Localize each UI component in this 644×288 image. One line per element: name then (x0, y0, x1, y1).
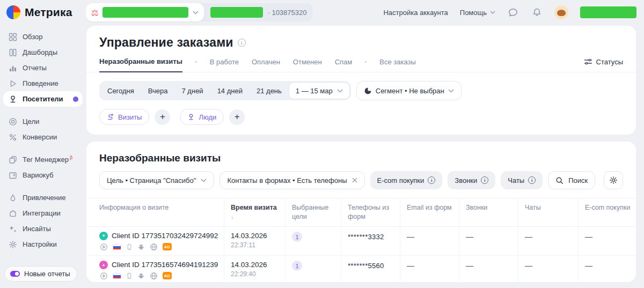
preset-7-days[interactable]: 7 дней (175, 87, 210, 95)
chats-empty-value: — (525, 261, 532, 270)
info-icon[interactable]: i (238, 39, 246, 47)
tab-all-orders[interactable]: Все заказы (379, 58, 416, 72)
puzzle-icon (9, 209, 17, 218)
sort-descending-icon: ↓ (231, 213, 234, 220)
column-header-calls[interactable]: Звонки (459, 198, 518, 226)
sidebar-item-insights[interactable]: Инсайты (3, 221, 83, 237)
goals-count-badge[interactable]: 1 (292, 261, 302, 271)
counter-switcher: ⚖ · 103875320 (86, 3, 313, 21)
sidebar-item-goals[interactable]: Цели (3, 114, 83, 129)
percent-icon (9, 133, 17, 142)
table-row[interactable]: ▲ Client ID 1771481567631868603 AD (86, 285, 636, 288)
beta-badge: β (70, 155, 72, 160)
sidebar-item-behavior[interactable]: Поведение (3, 76, 83, 91)
visit-date: 14.03.2026 (231, 232, 280, 240)
visit-time: 22:37:11 (231, 241, 280, 249)
chevron-down-icon (490, 11, 495, 14)
table-row[interactable]: ▲ Client ID 1773516574694191239 AD (86, 256, 636, 285)
contacts-filter-chip[interactable]: Контакты в формах • Есть телефоны (219, 171, 364, 189)
date-range-selector[interactable]: 1 — 15 мар (289, 82, 350, 99)
tab-separator-dot (195, 61, 197, 63)
preset-today[interactable]: Сегодня (100, 87, 141, 95)
search-icon (555, 176, 564, 184)
search-button[interactable]: Поиск (548, 171, 595, 189)
sidebar-item-variocube[interactable]: Вариокуб (3, 167, 83, 183)
visits-metric-chip[interactable]: Визиты (99, 109, 149, 125)
column-header-phones[interactable]: Телефоны из форм (341, 198, 400, 226)
column-header-ecom[interactable]: E-com покупки (578, 198, 636, 226)
sidebar-item-dashboards[interactable]: Дашборды (3, 45, 83, 60)
android-icon (137, 243, 145, 250)
close-icon[interactable] (352, 178, 357, 183)
date-preset-group: Сегодня Вчера 7 дней 14 дней 21 день 1 —… (99, 81, 351, 100)
flame-icon (9, 194, 17, 202)
redacted-user-name (580, 6, 636, 18)
globe-icon (150, 243, 158, 251)
info-icon: i (428, 176, 435, 184)
mobile-phone-icon (126, 243, 133, 251)
chevron-down-icon (193, 11, 199, 14)
masked-phone: *******5560 (348, 262, 384, 270)
sidebar-item-reports[interactable]: Отчеты (3, 60, 83, 76)
ecom-filter-chip[interactable]: E-com покупки i (370, 171, 443, 189)
help-menu[interactable]: Помощь (460, 9, 495, 17)
table-settings-button[interactable] (604, 171, 623, 189)
client-id: Client ID 1773517032429724992 (112, 232, 218, 240)
sidebar-item-conversions[interactable]: Конверсии (3, 129, 83, 145)
tab-paid[interactable]: Оплачен (252, 58, 280, 72)
account-settings-link[interactable]: Настройка аккаунта (383, 9, 448, 17)
visitor-avatar: ✦ (99, 232, 108, 240)
column-header-emails[interactable]: Email из форм (400, 198, 459, 226)
column-header-visit-time[interactable]: Время визита ↓ (224, 198, 285, 226)
sliders-icon (584, 58, 592, 65)
add-people-metric-button[interactable]: + (229, 109, 245, 125)
calls-empty-value: — (466, 261, 473, 270)
sidebar-item-tag-manager[interactable]: Тег Менеджерβ (3, 152, 83, 167)
masked-phone: *******3332 (348, 233, 384, 241)
preset-yesterday[interactable]: Вчера (141, 87, 175, 95)
mobile-phone-icon (126, 272, 133, 280)
russia-flag-icon (113, 244, 121, 250)
chats-filter-chip[interactable]: Чаты i (501, 171, 543, 189)
statuses-button[interactable]: Статусы (584, 58, 623, 72)
goals-count-badge[interactable]: 1 (292, 232, 302, 242)
table-header-row: Информация о визите Время визита ↓ Выбра… (86, 198, 636, 227)
info-icon: i (528, 176, 536, 184)
scales-icon: ⚖ (91, 9, 98, 17)
info-icon: i (481, 176, 488, 184)
column-header-visit-info[interactable]: Информация о визите (99, 198, 224, 226)
play-circle-icon[interactable] (100, 243, 108, 251)
people-metric-chip[interactable]: Люди (180, 109, 224, 125)
user-avatar[interactable] (554, 5, 568, 19)
segment-selector[interactable]: Сегмент • Не выбран (356, 81, 462, 100)
chat-bubble-icon[interactable] (507, 6, 519, 18)
new-reports-button[interactable]: Новые отчеты (4, 266, 77, 282)
column-header-goals[interactable]: Выбранные цели (285, 198, 341, 226)
visit-date: 14.03.2026 (231, 261, 280, 269)
tab-cancelled[interactable]: Отменен (293, 58, 322, 72)
tab-spam[interactable]: Спам (335, 58, 353, 72)
column-header-chats[interactable]: Чаты (518, 198, 578, 226)
logo-text: Метрика (25, 6, 72, 19)
tag-manager-icon (9, 156, 17, 164)
client-id: Client ID 1773516574694191239 (112, 261, 218, 269)
visitor-avatar: ▲ (99, 261, 108, 269)
table-row[interactable]: ✦ Client ID 1773517032429724992 AD (86, 227, 636, 256)
add-visits-metric-button[interactable]: + (155, 109, 170, 125)
preset-21-days[interactable]: 21 день (250, 87, 289, 95)
play-circle-icon[interactable] (100, 272, 108, 280)
preset-14-days[interactable]: 14 дней (210, 87, 250, 95)
tab-unsorted-visits[interactable]: Неразобранные визиты (99, 57, 182, 72)
sidebar-item-visitors[interactable]: Посетители (3, 91, 83, 107)
sidebar-item-integrations[interactable]: Интеграции (3, 205, 83, 221)
sidebar-item-overview[interactable]: Обзор (3, 29, 83, 45)
bell-icon[interactable] (531, 6, 543, 18)
sidebar-item-acquisition[interactable]: Привлечение (3, 190, 83, 205)
goal-filter-chip[interactable]: Цель • Страница "Спасибо" (99, 171, 214, 189)
tab-in-progress[interactable]: В работе (210, 58, 239, 72)
metrika-logo[interactable]: Метрика (6, 5, 86, 19)
counter-selector[interactable]: ⚖ (86, 3, 204, 21)
metrika-logo-icon (6, 5, 20, 19)
calls-filter-chip[interactable]: Звонки i (448, 171, 495, 189)
sidebar-item-settings[interactable]: Настройки (3, 237, 83, 252)
